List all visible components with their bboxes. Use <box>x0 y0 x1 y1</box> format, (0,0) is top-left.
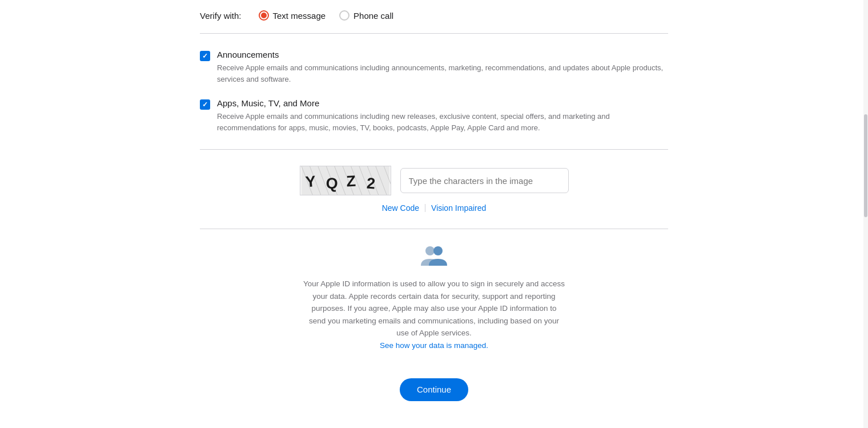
checkbox-announcements-title: Announcements <box>217 50 668 59</box>
captcha-links: New Code Vision Impaired <box>382 203 487 213</box>
privacy-icon <box>419 245 449 270</box>
radio-phone-call-label: Phone call <box>353 11 393 21</box>
svg-text:Z: Z <box>345 173 356 190</box>
captcha-svg: Y Q Z 2 <box>300 166 391 195</box>
checkbox-row-announcements: Announcements Receive Apple emails and c… <box>200 50 668 85</box>
vision-impaired-link[interactable]: Vision Impaired <box>431 203 486 213</box>
checkbox-apps-music-desc: Receive Apple emails and communications … <box>217 111 668 133</box>
svg-text:Q: Q <box>326 174 338 192</box>
announcements-section: Announcements Receive Apple emails and c… <box>200 34 668 149</box>
verify-label: Verify with: <box>200 11 242 21</box>
continue-section: Continue <box>200 368 668 418</box>
privacy-text-content: Your Apple ID information is used to all… <box>303 279 565 337</box>
scrollbar[interactable] <box>863 0 868 428</box>
captcha-link-divider <box>425 204 425 212</box>
checkbox-apps-music[interactable] <box>200 99 210 110</box>
scrollbar-thumb <box>864 114 867 217</box>
svg-text:Y: Y <box>304 173 316 190</box>
svg-point-17 <box>433 246 443 255</box>
radio-circle-text-message <box>259 10 269 21</box>
verify-section: Verify with: Text message Phone call <box>200 0 668 33</box>
captcha-section: Y Q Z 2 New Code Vision Impaired <box>200 150 668 229</box>
svg-text:2: 2 <box>366 175 376 193</box>
content-area: Verify with: Text message Phone call Ann… <box>188 0 680 418</box>
svg-point-16 <box>425 246 435 255</box>
radio-text-message[interactable]: Text message <box>259 10 326 21</box>
people-icon <box>419 245 449 268</box>
checkbox-row-apps-music: Apps, Music, TV, and More Receive Apple … <box>200 98 668 133</box>
checkbox-apps-music-title: Apps, Music, TV, and More <box>217 98 668 108</box>
radio-text-message-label: Text message <box>273 11 326 21</box>
checkbox-announcements-desc: Receive Apple emails and communications … <box>217 62 668 85</box>
checkbox-announcements-content: Announcements Receive Apple emails and c… <box>217 50 668 85</box>
checkbox-apps-music-content: Apps, Music, TV, and More Receive Apple … <box>217 98 668 133</box>
captcha-row: Y Q Z 2 <box>300 166 569 195</box>
checkbox-announcements[interactable] <box>200 51 210 61</box>
privacy-link[interactable]: See how your data is managed. <box>380 341 488 350</box>
captcha-input[interactable] <box>400 168 569 193</box>
captcha-image: Y Q Z 2 <box>300 166 391 195</box>
continue-button[interactable]: Continue <box>400 378 468 401</box>
new-code-link[interactable]: New Code <box>382 203 419 213</box>
radio-phone-call[interactable]: Phone call <box>339 10 393 21</box>
privacy-text: Your Apple ID information is used to all… <box>303 278 565 352</box>
radio-circle-phone-call <box>339 10 349 21</box>
privacy-section: Your Apple ID information is used to all… <box>200 229 668 368</box>
page-wrapper: Verify with: Text message Phone call Ann… <box>0 0 868 428</box>
